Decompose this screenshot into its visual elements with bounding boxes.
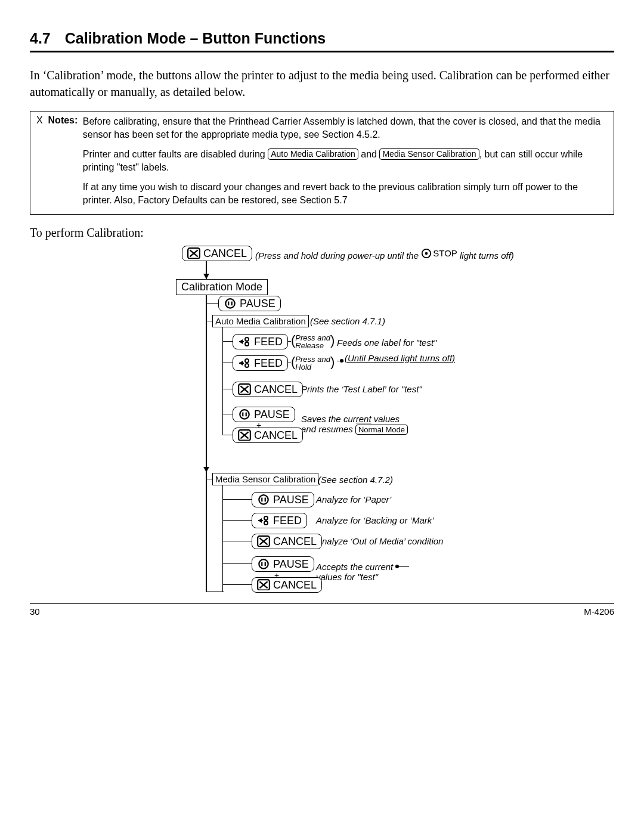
cancel-button-5: CANCEL xyxy=(252,577,322,593)
cancel-icon xyxy=(257,580,270,590)
intro-text: In ‘Calibration’ mode, the buttons allow… xyxy=(30,67,614,100)
notes-p3: If at any time you wish to discard your … xyxy=(83,181,608,206)
svg-point-32 xyxy=(259,559,268,568)
section-number: 4.7 xyxy=(30,30,51,47)
svg-point-5 xyxy=(225,299,234,308)
pause-icon xyxy=(257,559,270,569)
flowchart: CANCEL (Press and hold during power-up u… xyxy=(125,246,614,597)
pause-icon xyxy=(238,409,251,420)
feed-button: FEED xyxy=(233,334,288,349)
accept-desc: Accepts the current values for "test" xyxy=(316,562,393,583)
feed-button-2: FEED xyxy=(233,355,288,371)
model-number: M-4206 xyxy=(584,606,614,617)
pause-button-3: PAUSE xyxy=(252,492,314,507)
feed-icon xyxy=(238,358,251,368)
save-desc: Saves the current values and resumes Nor… xyxy=(301,414,408,435)
pause-icon xyxy=(257,494,270,505)
ms-cancel-desc: Analyze ‘Out of Media’ condition xyxy=(316,536,443,546)
svg-point-27 xyxy=(264,516,268,520)
perform-label: To perform Calibration: xyxy=(30,224,614,241)
svg-marker-8 xyxy=(239,339,243,344)
feed2-desc: (Until Paused light turns off) xyxy=(345,353,455,363)
auto-media-btn-inline: Auto Media Calibration xyxy=(268,148,358,160)
page-footer: 30 M-4206 xyxy=(30,606,614,617)
footer-rule xyxy=(30,603,614,604)
svg-point-23 xyxy=(259,495,268,504)
feed2-paren: (Press andHold) xyxy=(291,355,335,371)
auto-media-box: Auto Media Calibration xyxy=(212,315,309,327)
svg-point-17 xyxy=(240,410,249,419)
notes-p1: Before calibrating, ensure that the Prin… xyxy=(83,115,608,141)
svg-marker-26 xyxy=(258,518,262,523)
media-sensor-btn-inline: Media Sensor Calibration xyxy=(379,148,479,160)
pause-button-2: PAUSE xyxy=(233,407,295,422)
feed1-desc: Feeds one label for "test" xyxy=(337,337,436,348)
svg-point-10 xyxy=(245,342,249,346)
notes-lead: X Notes: xyxy=(36,115,80,126)
svg-point-13 xyxy=(245,364,249,367)
cancel-button-4: CANCEL xyxy=(252,534,322,549)
pause-icon xyxy=(224,298,237,309)
ms-pause-desc: Analyze for ‘Paper’ xyxy=(316,494,391,504)
cancel-icon xyxy=(187,248,200,259)
top-note: (Press and hold during power-up until th… xyxy=(255,248,514,261)
stop-icon xyxy=(421,248,432,259)
cancel-icon xyxy=(238,430,251,441)
feed1-paren: (Press andRelease) xyxy=(291,334,335,350)
pause-button-4: PAUSE xyxy=(252,556,314,572)
pause-button: PAUSE xyxy=(218,296,281,311)
notes-mark: X xyxy=(36,115,43,125)
ms-feed-desc: Analyze for ‘Backing or ‘Mark’ xyxy=(316,515,434,525)
svg-point-9 xyxy=(245,337,249,341)
feed-icon xyxy=(238,336,251,347)
cancel-button-3: CANCEL xyxy=(233,428,303,443)
section-heading: 4.7Calibration Mode – Button Functions xyxy=(30,30,614,52)
page-number: 30 xyxy=(30,606,40,617)
cancel-icon xyxy=(257,536,270,547)
svg-point-28 xyxy=(264,521,268,525)
feed-button-3: FEED xyxy=(252,513,307,528)
svg-marker-11 xyxy=(239,361,243,366)
cancel-button: CANCEL xyxy=(182,246,252,261)
section-title: Calibration Mode – Button Functions xyxy=(65,30,326,47)
cancel-desc-1: Prints the ‘Test Label’ for "test" xyxy=(301,384,422,394)
cancel-icon xyxy=(238,384,251,395)
notes-p2: Printer and cutter faults are disabled d… xyxy=(83,148,608,174)
svg-point-4 xyxy=(425,252,428,255)
svg-point-12 xyxy=(245,359,249,363)
notes-body: Before calibrating, ensure that the Prin… xyxy=(83,115,608,207)
auto-media-see: (See section 4.7.1) xyxy=(310,316,385,326)
calibration-mode-box: Calibration Mode xyxy=(176,279,268,295)
normal-mode-box: Normal Mode xyxy=(355,425,408,435)
feed-icon xyxy=(257,515,270,526)
notes-box: X Notes: Before calibrating, ensure that… xyxy=(30,111,614,215)
media-sensor-see: (See section 4.7.2) xyxy=(318,475,393,485)
media-sensor-box: Media Sensor Calibration xyxy=(212,473,318,485)
notes-label: Notes: xyxy=(48,115,78,125)
cancel-button-2: CANCEL xyxy=(233,382,303,397)
